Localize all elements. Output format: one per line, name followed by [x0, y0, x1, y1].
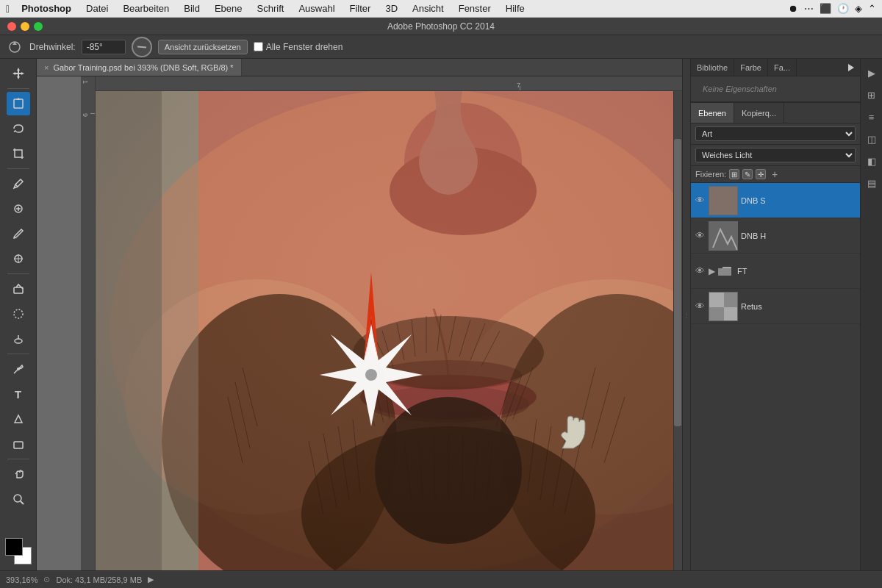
window-maximize-button[interactable] [34, 22, 43, 31]
statusbar-left: 393,16% ⊙ Dok: 43,1 MB/258,9 MB ▶ [6, 575, 876, 584]
layer-visibility-retus[interactable]: 👁 [694, 301, 706, 312]
tab-farbe[interactable]: Farbe [734, 59, 768, 76]
panel-icon-layers[interactable]: ◧ [864, 153, 880, 169]
lock-transparent-button[interactable]: ⊞ [729, 169, 739, 179]
panel-icon-lines[interactable]: ≡ [864, 109, 880, 125]
layer-visibility-ft[interactable]: 👁 [694, 265, 706, 277]
ruler-left: 9 1 [81, 76, 96, 570]
color-swatches[interactable] [5, 538, 32, 564]
text-tool-button[interactable]: T [7, 382, 30, 406]
panel-icon-split[interactable]: ◫ [864, 131, 880, 147]
menu-filter[interactable]: Filter [347, 1, 374, 15]
svg-rect-80 [724, 293, 738, 307]
statusbar: 393,16% ⊙ Dok: 43,1 MB/258,9 MB ▶ [0, 570, 882, 588]
tab-bibliothek[interactable]: Bibliothe [691, 59, 734, 76]
foreground-color-swatch[interactable] [5, 538, 23, 556]
blur-tool-button[interactable] [7, 302, 30, 326]
window-minimize-button[interactable] [21, 22, 29, 31]
panel-resize-handle[interactable]: ⋮ [682, 59, 691, 570]
path-selection-button[interactable] [7, 407, 30, 431]
zoom-level: 393,16% [6, 576, 37, 584]
folder-expand-icon[interactable]: ▶ [709, 266, 715, 276]
rotation-input[interactable] [82, 40, 126, 54]
main-layout: T × Gabor Training.psd bei 393% (DNB Sof… [0, 59, 882, 570]
zoom-tool-button[interactable] [7, 487, 30, 511]
ruler-label-9: 9 [82, 113, 89, 117]
ruler-label-1: 1 [82, 80, 89, 84]
layer-visibility-dnbh[interactable]: 👁 [694, 230, 706, 242]
document-tab[interactable]: × Gabor Training.psd bei 393% (DNB Soft,… [37, 59, 242, 76]
layer-row-retus[interactable]: 👁 Retus [691, 289, 860, 324]
menu-schrift[interactable]: Schrift [254, 1, 287, 15]
brush-tool-button[interactable] [7, 222, 30, 245]
menu-ebene[interactable]: Ebene [212, 1, 245, 15]
apple-logo-icon[interactable]:  [6, 3, 10, 15]
lock-pixels-button[interactable]: ✎ [742, 169, 753, 179]
layer-visibility-dnbs[interactable]: 👁 [694, 195, 706, 207]
pen-tool-button[interactable] [7, 357, 30, 381]
menu-ansicht[interactable]: Ansicht [409, 1, 447, 15]
eyedropper-tool-button[interactable] [7, 172, 30, 196]
tab-fa[interactable]: Fa... [768, 59, 797, 76]
left-toolbar: T [0, 59, 37, 570]
layer-name-dnbs: DNB S [741, 196, 857, 205]
healing-brush-button[interactable] [7, 197, 30, 220]
panel-icon-play[interactable]: ▶ [864, 65, 880, 81]
all-windows-checkbox[interactable] [254, 42, 263, 51]
eraser-tool-button[interactable] [7, 277, 30, 301]
system-icon-wifi: ◈ [855, 3, 862, 14]
doc-info: Dok: 43,1 MB/258,9 MB [56, 576, 142, 584]
svg-rect-82 [724, 307, 738, 321]
reset-view-button[interactable]: Ansicht zurücksetzen [158, 40, 248, 54]
portrait-image [96, 91, 682, 570]
rotate-canvas-tool-button[interactable] [7, 92, 30, 115]
layer-name-retus: Retus [741, 302, 857, 311]
tab-close-button[interactable]: × [44, 63, 49, 72]
layer-thumb-dnbh [709, 221, 738, 251]
system-icon-clock: 🕐 [837, 3, 849, 14]
blend-mode-select[interactable]: Weiches Licht [695, 148, 856, 162]
layers-filter-row: Art [691, 123, 860, 145]
layer-row-dnbh[interactable]: 👁 DNB H [691, 218, 860, 254]
layer-row-dnbs[interactable]: 👁 DNB S [691, 183, 860, 218]
menu-fenster[interactable]: Fenster [456, 1, 494, 15]
menu-bearbeiten[interactable]: Bearbeiten [120, 1, 172, 15]
layer-row-ft[interactable]: 👁 ▶ FT [691, 254, 860, 289]
play-button[interactable] [842, 59, 860, 76]
menu-hilfe[interactable]: Hilfe [503, 1, 528, 15]
layers-panel-tabs: Ebenen Kopierq... [691, 103, 860, 123]
document-tabbar: × Gabor Training.psd bei 393% (DNB Soft,… [37, 59, 682, 76]
menu-datei[interactable]: Datei [83, 1, 111, 15]
hand-tool-button[interactable] [7, 462, 30, 486]
compass-circle[interactable] [132, 37, 152, 57]
resize-handle-icon: ⋮ [684, 312, 689, 318]
menubar:  Photoshop Datei Bearbeiten Bild Ebene … [0, 0, 882, 18]
layer-thumb-dnbs [709, 186, 738, 215]
lock-all-button[interactable]: + [769, 168, 781, 180]
move-tool-button[interactable] [7, 62, 30, 85]
menu-photoshop[interactable]: Photoshop [18, 1, 74, 15]
lock-position-button[interactable]: ✛ [756, 169, 766, 179]
all-windows-label: Alle Fenster drehen [266, 42, 343, 52]
no-properties-label: Keine Eigenschaften [697, 76, 783, 102]
scrollbar-thumb[interactable] [674, 139, 681, 426]
crop-tool-button[interactable] [7, 142, 30, 165]
shape-tool-button[interactable] [7, 432, 30, 456]
lasso-tool-button[interactable] [7, 117, 30, 140]
vertical-scrollbar[interactable] [673, 91, 682, 570]
menu-3d[interactable]: 3D [382, 1, 401, 15]
svg-marker-75 [848, 64, 854, 71]
panel-icon-list[interactable]: ▤ [864, 175, 880, 191]
window-close-button[interactable] [7, 22, 16, 31]
panel-icon-grid[interactable]: ⊞ [864, 87, 880, 103]
tab-layers[interactable]: Ebenen [691, 103, 734, 123]
menu-bild[interactable]: Bild [181, 1, 203, 15]
dodge-tool-button[interactable] [7, 327, 30, 351]
layer-filter-select[interactable]: Art [695, 126, 856, 141]
tab-kopier[interactable]: Kopierq... [734, 103, 784, 123]
tool-separator-1 [7, 88, 29, 89]
status-arrow[interactable]: ▶ [148, 575, 154, 584]
svg-line-15 [21, 501, 24, 504]
menu-auswahl[interactable]: Auswahl [295, 1, 337, 15]
clone-stamp-button[interactable] [7, 247, 30, 270]
